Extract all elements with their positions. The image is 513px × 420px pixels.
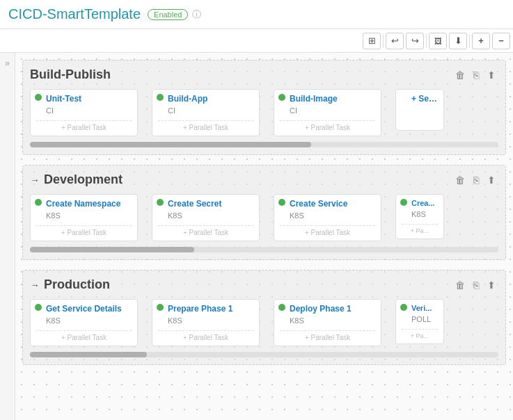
development-title: Development <box>44 172 452 187</box>
task-type-create-namespace: K8S <box>46 211 132 220</box>
info-icon[interactable]: ⓘ <box>192 8 201 21</box>
zoom-in-icon: + <box>478 35 484 46</box>
development-section: → Development 🗑 ⎘ ⬆ <box>22 165 506 260</box>
task-type-unit-test: CI <box>46 106 132 115</box>
task-card-unit-test[interactable]: Unit-Test CI + Parallel Task <box>30 89 138 136</box>
development-scroll-thumb <box>30 247 194 252</box>
build-publish-delete-button[interactable]: 🗑 <box>452 68 468 82</box>
export-icon-dev: ⬆ <box>487 175 496 186</box>
task-card-build-image[interactable]: Build-Image CI + Parallel Task <box>274 89 381 136</box>
build-publish-title: Build-Publish <box>30 67 452 82</box>
image-icon: 🖼 <box>434 37 442 45</box>
production-arrow: → <box>30 280 40 291</box>
task-wrapper-get-service-details: Get Service Details K8S + Parallel Task <box>30 299 138 346</box>
add-parallel-create-service[interactable]: + Parallel Task <box>280 225 375 236</box>
production-export-button[interactable]: ⬆ <box>484 278 498 292</box>
task-card-prepare-phase[interactable]: Prepare Phase 1 K8S + Parallel Task <box>152 299 260 346</box>
task-name-sequ: + Sequ... <box>411 94 438 104</box>
sidebar-toggle-button[interactable]: » <box>5 58 10 68</box>
task-card-build-app[interactable]: Build-App CI + Parallel Task <box>152 89 260 136</box>
production-tasks: Get Service Details K8S + Parallel Task … <box>30 299 498 346</box>
add-parallel-get-service-details[interactable]: + Parallel Task <box>36 330 132 341</box>
delete-icon: 🗑 <box>455 70 465 81</box>
status-dot-prepare-phase <box>157 304 164 311</box>
task-card-veri-trunc[interactable]: Veri... POLL + Pa... <box>395 299 444 344</box>
add-parallel-create-namespace[interactable]: + Parallel Task <box>36 225 132 236</box>
task-card-get-service-details[interactable]: Get Service Details K8S + Parallel Task <box>30 299 138 346</box>
task-name-prepare-phase: Prepare Phase 1 <box>168 304 253 314</box>
production-title: Production <box>44 277 452 292</box>
header: CICD-SmartTemplate Enabled ⓘ <box>0 0 513 29</box>
development-scrollbar[interactable] <box>30 247 498 252</box>
task-wrapper-unit-test: Unit-Test CI + Parallel Task <box>30 89 138 136</box>
task-name-create-service: Create Service <box>290 199 375 209</box>
task-card-deploy-phase[interactable]: Deploy Phase 1 K8S + Parallel Task <box>274 299 381 346</box>
redo-icon: ↪ <box>411 35 419 46</box>
task-card-crea-trunc[interactable]: Crea... K8S + Pa... <box>395 194 444 239</box>
development-copy-button[interactable]: ⎘ <box>471 173 482 187</box>
app-title: CICD-SmartTemplate <box>8 6 141 22</box>
build-publish-scroll-thumb <box>30 142 311 147</box>
development-actions: 🗑 ⎘ ⬆ <box>452 173 498 187</box>
task-wrapper-create-namespace: Create Namespace K8S + Parallel Task <box>30 194 138 241</box>
add-parallel-unit-test[interactable]: + Parallel Task <box>36 120 132 131</box>
status-dot-unit-test <box>35 94 42 101</box>
zoom-out-button[interactable]: − <box>492 33 510 49</box>
status-dot-veri-trunc <box>400 304 407 311</box>
task-name-build-image: Build-Image <box>290 94 375 104</box>
task-card-create-namespace[interactable]: Create Namespace K8S + Parallel Task <box>30 194 138 241</box>
task-card-sequ[interactable]: + Sequ... <box>395 89 444 131</box>
task-type-build-image: CI <box>290 106 375 115</box>
add-parallel-deploy-phase[interactable]: + Parallel Task <box>280 330 375 341</box>
undo-icon: ↩ <box>391 35 399 46</box>
development-tasks: Create Namespace K8S + Parallel Task → C… <box>30 194 498 241</box>
task-type-create-service: K8S <box>290 211 375 220</box>
task-name-create-namespace: Create Namespace <box>46 199 132 209</box>
redo-button[interactable]: ↪ <box>406 33 424 49</box>
build-publish-actions: 🗑 ⎘ ⬆ <box>452 68 498 82</box>
status-dot-get-service-details <box>35 304 42 311</box>
add-parallel-build-image[interactable]: + Parallel Task <box>280 120 375 131</box>
task-wrapper-prepare-phase: Prepare Phase 1 K8S + Parallel Task <box>152 299 260 346</box>
grid-button[interactable]: ⊞ <box>363 33 381 49</box>
add-parallel-build-app[interactable]: + Parallel Task <box>158 120 253 131</box>
task-name-create-secret: Create Secret <box>168 199 253 209</box>
add-parallel-prepare-phase[interactable]: + Parallel Task <box>158 330 253 341</box>
task-type-create-secret: K8S <box>168 211 253 220</box>
copy-icon: ⎘ <box>473 70 479 81</box>
copy-icon-prod: ⎘ <box>473 280 479 291</box>
canvas-area: » Build-Publish 🗑 ⎘ ⬆ <box>0 53 513 420</box>
download-button[interactable]: ⬇ <box>449 33 467 49</box>
add-parallel-veri-trunc[interactable]: + Pa... <box>402 329 438 339</box>
production-delete-button[interactable]: 🗑 <box>452 278 468 292</box>
add-parallel-crea-trunc[interactable]: + Pa... <box>402 224 438 234</box>
build-publish-scrollbar[interactable] <box>30 142 498 147</box>
development-delete-button[interactable]: 🗑 <box>452 173 468 187</box>
build-publish-export-button[interactable]: ⬆ <box>484 68 498 82</box>
export-icon-prod: ⬆ <box>487 280 496 291</box>
enabled-badge: Enabled <box>148 9 188 20</box>
sidebar-panel: » <box>0 53 15 420</box>
production-actions: 🗑 ⎘ ⬆ <box>452 278 498 292</box>
task-card-create-service[interactable]: Create Service K8S + Parallel Task <box>274 194 381 241</box>
delete-icon-dev: 🗑 <box>455 175 465 186</box>
status-dot-build-app <box>157 94 164 101</box>
toolbar-divider-2 <box>426 34 427 48</box>
status-dot-deploy-phase <box>278 304 285 311</box>
undo-button[interactable]: ↩ <box>386 33 404 49</box>
build-publish-copy-button[interactable]: ⎘ <box>471 68 482 82</box>
task-name-build-app: Build-App <box>168 94 253 104</box>
status-dot-create-service <box>278 199 285 206</box>
toolbar-divider-1 <box>383 34 384 48</box>
image-button[interactable]: 🖼 <box>429 33 447 49</box>
add-parallel-create-secret[interactable]: + Parallel Task <box>158 225 253 236</box>
delete-icon-prod: 🗑 <box>455 280 465 291</box>
task-type-veri-trunc: POLL <box>411 315 438 323</box>
zoom-in-button[interactable]: + <box>472 33 490 49</box>
production-scrollbar[interactable] <box>30 352 498 357</box>
task-type-crea-trunc: K8S <box>411 210 438 218</box>
development-export-button[interactable]: ⬆ <box>484 173 498 187</box>
production-copy-button[interactable]: ⎘ <box>471 278 482 292</box>
task-card-create-secret[interactable]: Create Secret K8S + Parallel Task <box>152 194 260 241</box>
task-type-deploy-phase: K8S <box>290 316 375 325</box>
